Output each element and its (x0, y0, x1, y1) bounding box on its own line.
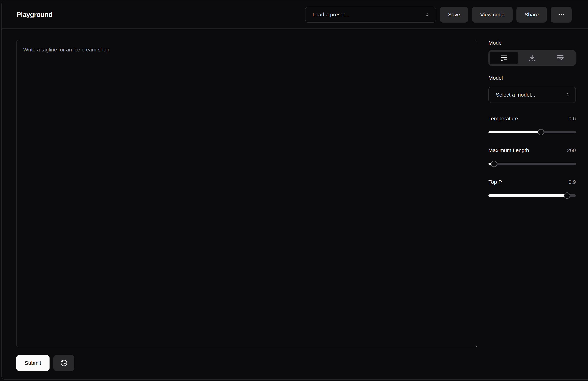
mode-insert-tab[interactable] (518, 52, 546, 64)
actions-row: Submit (16, 355, 477, 371)
settings-sidebar: Mode (488, 40, 576, 371)
maximum-length-slider[interactable] (488, 160, 576, 168)
maximum-length-label: Maximum Length (488, 147, 529, 153)
mode-toggle-group (488, 50, 576, 66)
temperature-slider[interactable] (488, 128, 576, 136)
maximum-length-value: 260 (567, 147, 576, 153)
preset-select[interactable]: Load a preset... (305, 7, 436, 22)
preset-select-value: Load a preset... (313, 12, 349, 18)
temperature-value: 0.6 (568, 116, 576, 122)
mode-edit-tab[interactable] (546, 52, 574, 64)
save-button[interactable]: Save (440, 7, 468, 22)
maximum-length-slider-group: Maximum Length 260 (488, 147, 576, 168)
top-p-slider-group: Top P 0.9 (488, 179, 576, 199)
text-complete-icon (500, 54, 508, 62)
page-title: Playground (17, 11, 53, 19)
playground-panel: Playground Load a preset... Save View co… (1, 1, 588, 380)
slider-thumb[interactable] (564, 192, 570, 199)
model-label: Model (488, 75, 576, 81)
submit-button[interactable]: Submit (16, 355, 49, 371)
main-content: Submit Mode (2, 29, 588, 371)
chevrons-up-down-icon (424, 12, 430, 17)
mode-label: Mode (488, 40, 576, 46)
mode-complete-tab[interactable] (490, 52, 518, 64)
header-controls: Load a preset... Save View code Share (305, 1, 572, 28)
more-horizontal-icon (557, 11, 565, 19)
share-button[interactable]: Share (516, 7, 547, 22)
editor-column: Submit (16, 40, 477, 371)
prompt-textarea[interactable] (16, 40, 477, 347)
model-select[interactable]: Select a model... (488, 87, 576, 103)
text-edit-icon (556, 54, 564, 62)
mode-field: Mode (488, 40, 576, 66)
model-select-value: Select a model... (496, 92, 535, 98)
arrow-down-insert-icon (528, 54, 536, 62)
temperature-label: Temperature (488, 116, 518, 122)
top-p-slider[interactable] (488, 192, 576, 199)
header: Playground Load a preset... Save View co… (2, 1, 588, 29)
chevrons-up-down-icon (565, 92, 570, 97)
view-code-button[interactable]: View code (472, 7, 513, 22)
slider-thumb[interactable] (538, 129, 544, 135)
top-p-label: Top P (488, 179, 502, 185)
slider-thumb[interactable] (491, 161, 497, 167)
model-field: Model Select a model... (488, 75, 576, 103)
history-button[interactable] (53, 355, 74, 371)
more-button[interactable] (551, 7, 572, 22)
temperature-slider-group: Temperature 0.6 (488, 116, 576, 136)
history-icon (60, 359, 68, 367)
top-p-value: 0.9 (568, 179, 576, 185)
